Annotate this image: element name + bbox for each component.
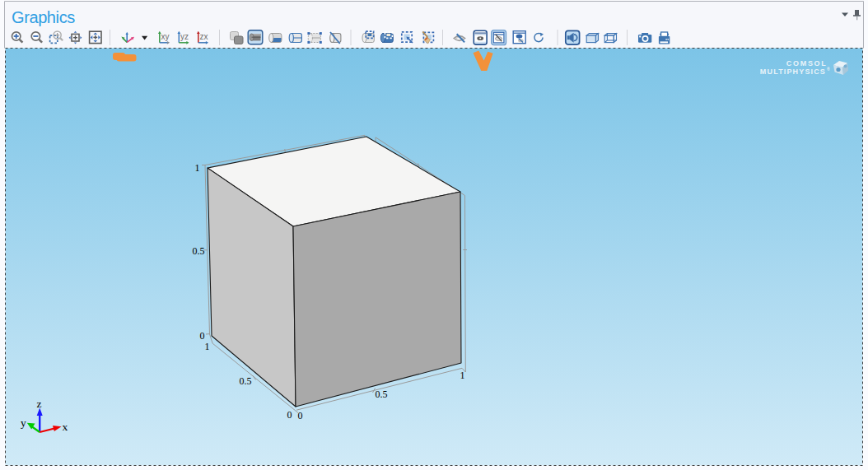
svg-text:1: 1	[195, 162, 200, 174]
svg-text:1: 1	[460, 370, 465, 381]
svg-text:MULTIPHYSICS: MULTIPHYSICS	[760, 67, 826, 76]
svg-text:0.5: 0.5	[376, 389, 388, 400]
svg-text:0.5: 0.5	[240, 375, 252, 387]
svg-text:Graphics: Graphics	[12, 8, 75, 26]
svg-text:z: z	[37, 398, 42, 410]
svg-text:0.5: 0.5	[193, 245, 205, 257]
svg-text:COMSOL: COMSOL	[786, 59, 828, 67]
svg-text:zx: zx	[200, 32, 208, 41]
svg-text:1: 1	[205, 341, 210, 352]
svg-text:0: 0	[200, 330, 205, 342]
svg-text:x: x	[63, 421, 68, 433]
svg-text:0: 0	[298, 410, 303, 421]
svg-text:yz: yz	[180, 32, 189, 41]
svg-text:®: ®	[827, 67, 830, 72]
svg-text:y: y	[21, 416, 26, 429]
svg-text:xy: xy	[161, 32, 170, 41]
svg-text:0: 0	[287, 409, 292, 421]
